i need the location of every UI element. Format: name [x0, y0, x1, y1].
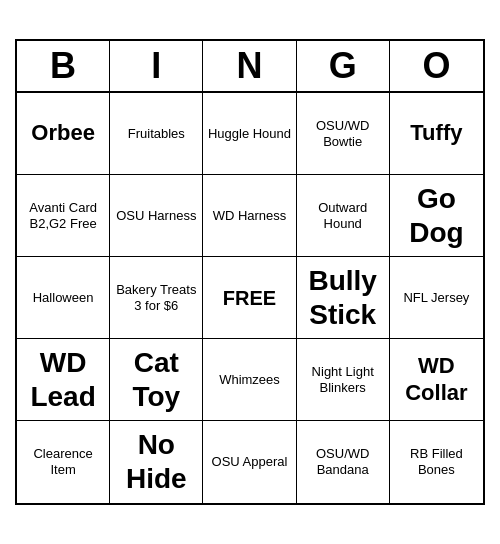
bingo-cell-18: Night Light Blinkers: [297, 339, 390, 421]
bingo-header: BINGO: [17, 41, 483, 93]
bingo-cell-21: No Hide: [110, 421, 203, 503]
bingo-card: BINGO OrbeeFruitablesHuggle HoundOSU/WD …: [15, 39, 485, 505]
bingo-cell-13: Bully Stick: [297, 257, 390, 339]
bingo-cell-20: Clearence Item: [17, 421, 110, 503]
bingo-cell-2: Huggle Hound: [203, 93, 296, 175]
header-cell-o: O: [390, 41, 483, 91]
bingo-cell-23: OSU/WD Bandana: [297, 421, 390, 503]
bingo-cell-0: Orbee: [17, 93, 110, 175]
header-cell-n: N: [203, 41, 296, 91]
bingo-cell-9: Go Dog: [390, 175, 483, 257]
bingo-cell-22: OSU Apperal: [203, 421, 296, 503]
bingo-cell-16: Cat Toy: [110, 339, 203, 421]
bingo-cell-6: OSU Harness: [110, 175, 203, 257]
bingo-grid: OrbeeFruitablesHuggle HoundOSU/WD Bowtie…: [17, 93, 483, 503]
bingo-cell-19: WD Collar: [390, 339, 483, 421]
bingo-cell-14: NFL Jersey: [390, 257, 483, 339]
bingo-cell-1: Fruitables: [110, 93, 203, 175]
header-cell-b: B: [17, 41, 110, 91]
bingo-cell-12: FREE: [203, 257, 296, 339]
bingo-cell-4: Tuffy: [390, 93, 483, 175]
bingo-cell-10: Halloween: [17, 257, 110, 339]
header-cell-i: I: [110, 41, 203, 91]
header-cell-g: G: [297, 41, 390, 91]
bingo-cell-11: Bakery Treats 3 for $6: [110, 257, 203, 339]
bingo-cell-7: WD Harness: [203, 175, 296, 257]
bingo-cell-5: Avanti Card B2,G2 Free: [17, 175, 110, 257]
bingo-cell-17: Whimzees: [203, 339, 296, 421]
bingo-cell-3: OSU/WD Bowtie: [297, 93, 390, 175]
bingo-cell-15: WD Lead: [17, 339, 110, 421]
bingo-cell-24: RB Filled Bones: [390, 421, 483, 503]
bingo-cell-8: Outward Hound: [297, 175, 390, 257]
